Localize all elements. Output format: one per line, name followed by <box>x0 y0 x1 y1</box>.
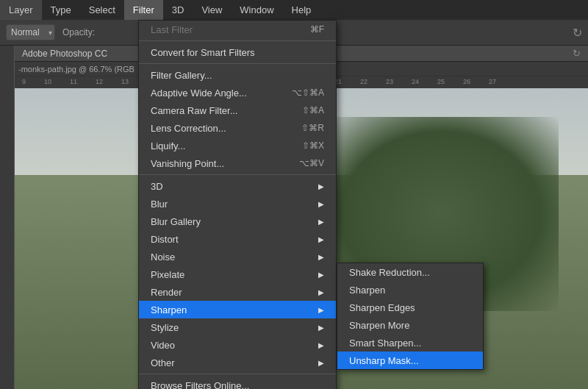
menu-type[interactable]: Type <box>42 0 80 20</box>
menu-item-blur[interactable]: Blur ▶ <box>139 195 336 213</box>
menu-item-lens-correction[interactable]: Lens Correction... ⇧⌘R <box>139 119 336 137</box>
ruler-tick: 9 <box>22 78 26 85</box>
other-arrow: ▶ <box>318 359 324 367</box>
blur-label: Blur <box>151 199 168 210</box>
ruler-tick: 24 <box>412 78 419 85</box>
menu-help[interactable]: Help <box>283 0 320 20</box>
ruler-tick: 11 <box>70 78 77 85</box>
divider <box>139 40 336 41</box>
doc-title-label: Adobe Photoshop CC <box>22 49 107 59</box>
menu-item-render[interactable]: Render ▶ <box>139 283 336 301</box>
vertical-ruler <box>0 46 15 389</box>
blur-gallery-label: Blur Gallery <box>151 216 201 227</box>
menu-item-vanishing-point[interactable]: Vanishing Point... ⌥⌘V <box>139 154 336 172</box>
ruler-tick: 22 <box>360 78 368 85</box>
divider <box>139 174 336 175</box>
lens-correction-label: Lens Correction... <box>151 123 226 134</box>
pixelate-label: Pixelate <box>151 269 184 280</box>
sharpen-edges-label: Sharpen Edges <box>349 302 415 313</box>
ruler-tick: 10 <box>44 78 51 85</box>
submenu-item-sharpen-edges[interactable]: Sharpen Edges <box>337 299 483 316</box>
distort-label: Distort <box>151 234 179 245</box>
menu-item-filter-gallery[interactable]: Filter Gallery... <box>139 66 336 84</box>
menu-item-convert-smart[interactable]: Convert for Smart Filters <box>139 43 336 61</box>
blend-mode-select[interactable]: Normal <box>6 24 55 40</box>
ruler-tick: 12 <box>96 78 103 85</box>
menu-item-last-filter[interactable]: Last Filter ⌘F <box>139 21 336 38</box>
menu-item-video[interactable]: Video ▶ <box>139 336 336 354</box>
vanishing-point-label: Vanishing Point... <box>151 158 224 169</box>
menu-item-browse-online[interactable]: Browse Filters Online... <box>139 376 336 389</box>
adaptive-wide-label: Adaptive Wide Angle... <box>151 88 247 99</box>
submenu-item-sharpen[interactable]: Sharpen <box>337 281 483 299</box>
render-arrow: ▶ <box>318 288 324 296</box>
file-info-text: -monks-path.jpg @ 66.7% (RGB <box>18 65 135 74</box>
opacity-label: Opacity: <box>62 27 95 38</box>
menu-item-distort[interactable]: Distort ▶ <box>139 230 336 248</box>
menu-item-other[interactable]: Other ▶ <box>139 354 336 371</box>
filter-menu: Last Filter ⌘F Convert for Smart Filters… <box>138 20 337 389</box>
pixelate-arrow: ▶ <box>318 271 324 279</box>
liquify-label: Liquify... <box>151 140 185 151</box>
vanishing-point-shortcut: ⌥⌘V <box>299 158 324 168</box>
ruler-tick: 25 <box>437 78 445 85</box>
menu-3d[interactable]: 3D <box>163 0 193 20</box>
menu-filter[interactable]: Filter <box>124 0 163 20</box>
smart-sharpen-label: Smart Sharpen... <box>349 338 421 349</box>
3d-label: 3D <box>151 181 163 192</box>
stylize-label: Stylize <box>151 322 179 333</box>
browse-online-label: Browse Filters Online... <box>151 380 249 390</box>
doc-refresh-icon[interactable]: ↻ <box>573 48 581 59</box>
menu-item-blur-gallery[interactable]: Blur Gallery ▶ <box>139 213 336 230</box>
menu-view[interactable]: View <box>193 0 231 20</box>
menu-item-noise[interactable]: Noise ▶ <box>139 248 336 265</box>
ruler-tick: 26 <box>463 78 470 85</box>
last-filter-shortcut: ⌘F <box>310 24 324 35</box>
submenu-item-smart-sharpen[interactable]: Smart Sharpen... <box>337 334 483 351</box>
video-arrow: ▶ <box>318 341 324 349</box>
blur-gallery-arrow: ▶ <box>318 218 324 226</box>
submenu-item-unsharp-mask[interactable]: Unsharp Mask... <box>337 351 483 369</box>
sharpen-submenu: Shake Reduction... Sharpen Sharpen Edges… <box>337 263 484 370</box>
menu-select[interactable]: Select <box>80 0 124 20</box>
menu-item-liquify[interactable]: Liquify... ⇧⌘X <box>139 137 336 154</box>
submenu-item-sharpen-more[interactable]: Sharpen More <box>337 316 483 334</box>
liquify-shortcut: ⇧⌘X <box>302 140 324 151</box>
menu-bar: Layer Type Select Filter 3D View Window … <box>0 0 588 20</box>
stylize-arrow: ▶ <box>318 324 324 332</box>
blur-arrow: ▶ <box>318 200 324 208</box>
camera-raw-shortcut: ⇧⌘A <box>302 105 324 115</box>
unsharp-mask-label: Unsharp Mask... <box>349 355 419 366</box>
other-label: Other <box>151 357 175 368</box>
ruler-tick: 13 <box>121 78 129 85</box>
noise-label: Noise <box>151 251 175 263</box>
menu-item-3d[interactable]: 3D ▶ <box>139 177 336 195</box>
menu-item-camera-raw[interactable]: Camera Raw Filter... ⇧⌘A <box>139 101 336 119</box>
blend-mode-wrapper: Normal <box>6 24 55 40</box>
distort-arrow: ▶ <box>318 235 324 243</box>
video-label: Video <box>151 340 175 351</box>
convert-smart-label: Convert for Smart Filters <box>151 47 255 58</box>
ruler-tick: 27 <box>489 78 496 85</box>
menu-item-sharpen[interactable]: Sharpen ▶ <box>139 301 336 318</box>
ruler-tick: 23 <box>386 78 393 85</box>
menu-item-pixelate[interactable]: Pixelate ▶ <box>139 265 336 283</box>
menu-item-stylize[interactable]: Stylize ▶ <box>139 318 336 336</box>
camera-raw-label: Camera Raw Filter... <box>151 105 237 116</box>
render-label: Render <box>151 287 182 298</box>
menu-layer[interactable]: Layer <box>0 0 42 20</box>
divider <box>139 374 336 374</box>
menu-item-adaptive-wide[interactable]: Adaptive Wide Angle... ⌥⇧⌘A <box>139 84 336 101</box>
sharpen-more-label: Sharpen More <box>349 320 409 331</box>
filter-gallery-label: Filter Gallery... <box>151 70 212 81</box>
sharpen-arrow: ▶ <box>318 306 324 314</box>
menu-window[interactable]: Window <box>231 0 282 20</box>
divider <box>139 63 336 64</box>
last-filter-label: Last Filter <box>151 24 193 35</box>
refresh-icon[interactable]: ↻ <box>573 26 582 40</box>
submenu-item-shake-reduction[interactable]: Shake Reduction... <box>337 263 483 281</box>
sharpen-only-label: Sharpen <box>349 285 385 296</box>
adaptive-wide-shortcut: ⌥⇧⌘A <box>292 88 324 98</box>
sharpen-label: Sharpen <box>151 304 187 315</box>
lens-correction-shortcut: ⇧⌘R <box>301 123 324 133</box>
